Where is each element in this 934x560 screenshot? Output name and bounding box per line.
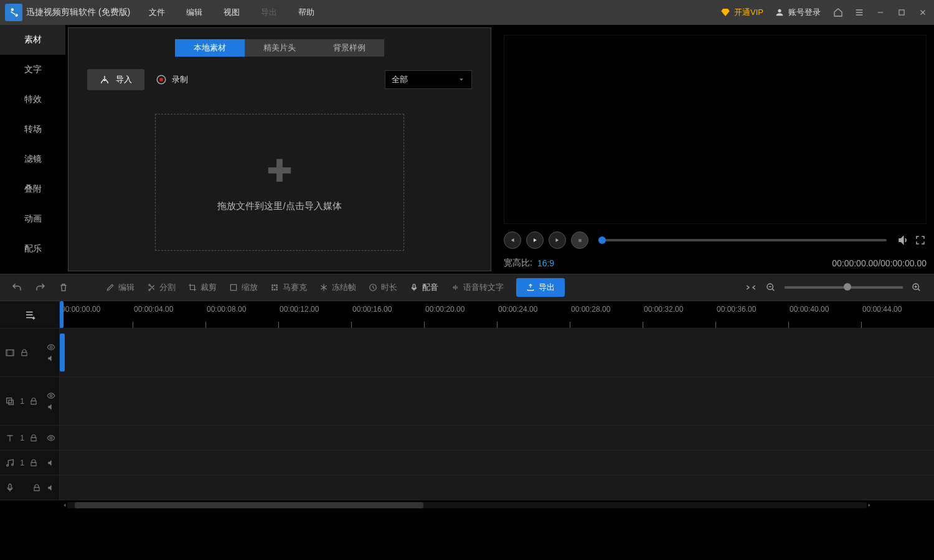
stop-button[interactable] [571, 231, 588, 249]
menu-help[interactable]: 帮助 [298, 7, 314, 18]
import-button[interactable]: 导入 [87, 69, 144, 90]
vip-button[interactable]: 开通VIP [720, 7, 763, 18]
eye-icon[interactable] [47, 391, 55, 400]
overlay-track-icon [5, 396, 15, 406]
export-button[interactable]: 导出 [516, 278, 565, 297]
speaker-icon[interactable] [47, 354, 55, 363]
speaker-icon[interactable] [47, 483, 55, 492]
video-track[interactable] [60, 329, 934, 376]
add-track-button[interactable] [0, 301, 60, 329]
volume-button[interactable] [897, 234, 909, 246]
sidebar-item-music[interactable]: 配乐 [0, 234, 65, 264]
record-button[interactable]: 录制 [156, 74, 188, 85]
preview-scrubber[interactable] [598, 239, 887, 241]
timeline-ruler[interactable]: 00:00:00.0000:00:04.0000:00:08.0000:00:1… [60, 301, 934, 329]
trash-icon [59, 282, 68, 292]
scroll-right-icon[interactable] [867, 503, 872, 508]
speaker-icon[interactable] [47, 403, 55, 411]
svg-point-13 [50, 437, 52, 439]
login-button[interactable]: 账号登录 [775, 7, 821, 18]
speaker-icon[interactable] [47, 459, 55, 467]
lock-icon[interactable] [29, 434, 38, 442]
aspect-value[interactable]: 16:9 [537, 258, 554, 268]
redo-button[interactable] [35, 282, 46, 293]
eye-icon[interactable] [47, 343, 55, 352]
zoom-button[interactable]: 缩放 [229, 282, 258, 293]
menu-file[interactable]: 文件 [149, 7, 165, 18]
delete-button[interactable] [59, 282, 68, 292]
media-tabs: 本地素材 精美片头 背景样例 [87, 39, 472, 57]
next-frame-button[interactable] [549, 231, 566, 249]
sidebar-item-transition[interactable]: 转场 [0, 114, 65, 144]
video-clip[interactable] [60, 334, 65, 371]
sidebar-item-overlay[interactable]: 叠附 [0, 174, 65, 204]
timeline: 00:00:00.0000:00:04.0000:00:08.0000:00:1… [0, 301, 934, 510]
zoom-slider[interactable] [785, 286, 903, 289]
minimize-button[interactable] [874, 6, 887, 19]
plus-icon: ✚ [267, 153, 293, 189]
prev-frame-button[interactable] [504, 231, 521, 249]
sidebar-item-filter[interactable]: 滤镜 [0, 144, 65, 174]
lock-icon[interactable] [29, 397, 38, 406]
timeline-scrollbar[interactable] [0, 500, 934, 510]
export-icon [526, 283, 535, 292]
sidebar-item-animation[interactable]: 动画 [0, 204, 65, 234]
zoom-in-button[interactable] [910, 281, 923, 294]
music-track-icon [5, 458, 15, 468]
stt-button[interactable]: 语音转文字 [451, 282, 504, 293]
overlay-track[interactable] [60, 377, 934, 425]
overlay-track-head: 1 [0, 377, 60, 425]
media-filter-select[interactable]: 全部 [385, 70, 472, 89]
scrubber-thumb[interactable] [598, 236, 606, 244]
pencil-icon [106, 283, 115, 292]
tab-background-samples[interactable]: 背景样例 [314, 39, 384, 57]
scrollbar-thumb[interactable] [75, 502, 423, 508]
app-icon [5, 4, 22, 21]
home-button[interactable] [832, 6, 844, 19]
tab-local-media[interactable]: 本地素材 [175, 39, 245, 57]
eye-icon[interactable] [47, 434, 55, 442]
crop-button[interactable]: 裁剪 [188, 282, 217, 293]
play-button[interactable] [526, 231, 544, 249]
menu-view[interactable]: 视图 [224, 7, 240, 18]
sidebar-item-effects[interactable]: 特效 [0, 85, 65, 114]
zoom-in-icon [912, 282, 922, 292]
media-panel: 本地素材 精美片头 背景样例 导入 录制 全部 ✚ 拖放文件到这里/点击导入媒体 [68, 27, 491, 271]
scroll-left-icon[interactable] [62, 503, 67, 508]
freeze-button[interactable]: 冻结帧 [319, 282, 356, 293]
voice-track[interactable] [60, 475, 934, 500]
lock-icon[interactable] [29, 459, 38, 467]
svg-point-2 [159, 78, 163, 82]
voiceover-button[interactable]: 配音 [410, 282, 438, 293]
ruler-tick: 00:00:12.00 [278, 305, 351, 314]
sidebar-item-material[interactable]: 素材 [0, 25, 65, 55]
split-button[interactable]: 分割 [147, 282, 176, 293]
playhead[interactable] [60, 301, 64, 328]
hamburger-button[interactable] [853, 6, 866, 19]
text-track-head: 1 [0, 426, 60, 450]
media-dropzone[interactable]: ✚ 拖放文件到这里/点击导入媒体 [155, 114, 404, 251]
time-current: 00:00:00.00 [832, 258, 878, 268]
undo-button[interactable] [11, 282, 22, 293]
music-track[interactable] [60, 450, 934, 475]
mosaic-button[interactable]: 马赛克 [270, 282, 307, 293]
maximize-button[interactable] [895, 6, 908, 19]
zoom-out-button[interactable] [765, 281, 777, 294]
fit-timeline-button[interactable] [745, 281, 757, 294]
tab-intro-templates[interactable]: 精美片头 [245, 39, 314, 57]
add-track-icon [23, 309, 37, 320]
edit-button[interactable]: 编辑 [106, 282, 134, 293]
duration-button[interactable]: 时长 [369, 282, 397, 293]
lock-icon[interactable] [20, 348, 29, 357]
text-track[interactable] [60, 426, 934, 450]
voice-track-head [0, 475, 60, 500]
menu-edit[interactable]: 编辑 [186, 7, 202, 18]
login-label: 账号登录 [788, 7, 821, 18]
fullscreen-button[interactable] [914, 234, 927, 246]
vip-label: 开通VIP [734, 7, 763, 18]
close-button[interactable] [917, 6, 929, 19]
zoom-out-icon [766, 282, 776, 292]
sidebar-item-text[interactable]: 文字 [0, 55, 65, 85]
lock-icon[interactable] [32, 483, 41, 492]
zoom-slider-thumb[interactable] [844, 283, 851, 291]
